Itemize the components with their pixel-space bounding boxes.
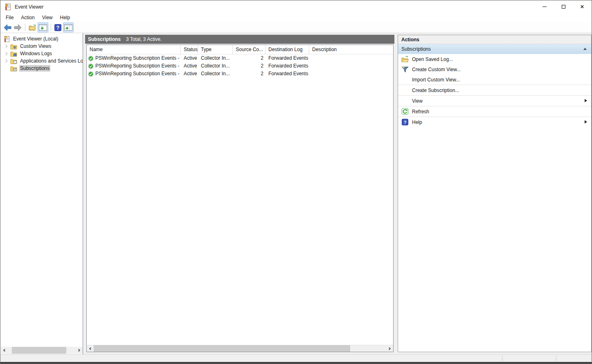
active-status-icon <box>88 63 94 69</box>
windows-logs-folder-icon <box>10 51 17 57</box>
subscription-description <box>309 62 371 70</box>
scroll-right-arrow[interactable] <box>386 345 393 352</box>
main-panel-header: Subscriptions 3 Total, 3 Active. <box>85 35 394 44</box>
list-horizontal-scrollbar[interactable] <box>87 345 393 352</box>
subscription-name-cell: PSWinReporting Subscription Events - 2 <box>87 62 181 70</box>
column-header-name[interactable]: Name <box>87 45 181 54</box>
subscription-status: Active <box>181 70 198 78</box>
maximize-button[interactable] <box>554 0 573 13</box>
applications-folder-icon <box>10 58 17 64</box>
subscription-row-1[interactable]: PSWinReporting Subscription Events - 1 A… <box>87 54 393 62</box>
subscription-type: Collector In... <box>198 70 233 78</box>
list-column-headers: Name Status Type Source Co... Destinatio… <box>87 45 393 54</box>
status-bar-divider <box>502 355 502 361</box>
tree-label: Custom Views <box>19 43 52 49</box>
actions-group-title: Subscriptions <box>401 46 431 52</box>
chevron-right-icon[interactable] <box>4 45 7 48</box>
svg-text:?: ? <box>404 120 407 125</box>
chevron-right-icon[interactable] <box>4 59 7 63</box>
menu-file[interactable]: File <box>2 13 17 22</box>
action-create-custom-view[interactable]: Create Custom View... <box>398 64 591 74</box>
action-label: Open Saved Log... <box>412 56 453 62</box>
forward-button[interactable] <box>13 22 23 32</box>
open-saved-log-button[interactable] <box>28 22 37 32</box>
action-import-custom-view[interactable]: Import Custom View... <box>398 74 591 85</box>
main-panel-title: Subscriptions <box>88 36 121 42</box>
action-view[interactable]: View <box>398 96 591 106</box>
actions-panel: Actions Subscriptions Open Saved Log... <box>398 35 592 352</box>
active-status-icon <box>88 56 94 61</box>
menu-action[interactable]: Action <box>17 13 38 22</box>
subscription-type: Collector In... <box>198 54 233 62</box>
menu-view[interactable]: View <box>38 13 56 22</box>
action-open-saved-log[interactable]: Open Saved Log... <box>398 54 591 64</box>
open-folder-icon <box>401 56 409 63</box>
back-button[interactable] <box>3 22 12 32</box>
tree-item-windows-logs[interactable]: Windows Logs <box>0 50 83 57</box>
column-header-type[interactable]: Type <box>198 45 233 54</box>
window-title: Event Viewer <box>15 4 43 10</box>
chevron-right-icon[interactable] <box>4 52 7 55</box>
column-header-description[interactable]: Description <box>309 45 371 54</box>
close-button[interactable]: ✕ <box>573 0 592 13</box>
event-viewer-root-icon <box>3 36 10 42</box>
event-viewer-app-icon <box>5 4 11 10</box>
subscription-source-computers: 2 <box>233 62 266 70</box>
console-tree: Event Viewer (Local) Custom Views <box>0 33 83 72</box>
scroll-right-arrow[interactable] <box>76 347 83 354</box>
show-action-pane-toggle[interactable] <box>63 22 74 32</box>
help-icon: ? <box>54 24 61 31</box>
show-console-tree-icon <box>39 24 47 31</box>
scrollbar-thumb[interactable] <box>94 345 350 352</box>
tree-item-event-viewer-local[interactable]: Event Viewer (Local) <box>0 35 83 43</box>
tree-item-custom-views[interactable]: Custom Views <box>0 43 83 50</box>
subscriptions-folder-icon <box>10 65 17 72</box>
event-viewer-window: Event Viewer ✕ File Action View Help <box>0 0 592 364</box>
subscription-status: Active <box>181 62 198 70</box>
tree-label: Windows Logs <box>19 50 53 57</box>
action-create-subscription[interactable]: Create Subscription... <box>398 85 591 95</box>
title-bar: Event Viewer ✕ <box>0 0 592 13</box>
collapse-up-icon[interactable] <box>583 48 587 50</box>
subscription-row-3[interactable]: PSWinReporting Subscription Events - 3 A… <box>87 70 393 78</box>
menu-bar: File Action View Help <box>0 13 592 22</box>
tree-item-applications-services-logs[interactable]: Applications and Services Lo <box>0 57 83 65</box>
action-label: Create Subscription... <box>412 88 459 93</box>
actions-panel-title: Actions <box>398 35 591 44</box>
column-header-destination-log[interactable]: Destination Log <box>266 45 309 54</box>
subscriptions-main-panel: Subscriptions 3 Total, 3 Active. Name St… <box>85 35 394 352</box>
content-area: Event Viewer (Local) Custom Views <box>0 33 592 354</box>
window-bottom-edge <box>0 362 592 364</box>
column-header-source-computers[interactable]: Source Co... <box>233 45 266 54</box>
status-bar <box>0 354 592 362</box>
subscription-destination-log: Forwarded Events <box>266 70 309 78</box>
show-console-tree-toggle[interactable] <box>38 22 48 32</box>
filter-icon <box>401 66 409 73</box>
tree-item-subscriptions[interactable]: Subscriptions <box>0 65 83 72</box>
menu-help[interactable]: Help <box>56 13 74 22</box>
action-label: Help <box>412 119 422 125</box>
console-tree-panel: Event Viewer (Local) Custom Views <box>0 33 83 354</box>
submenu-arrow-icon <box>585 99 587 102</box>
action-label: View <box>412 98 423 104</box>
back-icon <box>4 24 11 31</box>
scroll-left-arrow[interactable] <box>87 345 94 352</box>
subscription-name: PSWinReporting Subscription Events - 1 <box>95 54 181 62</box>
subscription-source-computers: 2 <box>233 70 266 78</box>
action-label: Create Custom View... <box>412 67 461 72</box>
action-help[interactable]: ? Help <box>398 117 591 127</box>
subscription-row-2[interactable]: PSWinReporting Subscription Events - 2 A… <box>87 62 393 70</box>
actions-group-subscriptions[interactable]: Subscriptions <box>398 44 591 54</box>
scroll-left-arrow[interactable] <box>1 347 8 354</box>
toolbar-separator <box>51 24 51 31</box>
refresh-icon <box>401 108 409 115</box>
show-action-pane-icon <box>64 24 72 31</box>
scrollbar-thumb[interactable] <box>12 347 66 354</box>
subscription-name-cell: PSWinReporting Subscription Events - 1 <box>87 54 181 62</box>
minimize-button[interactable] <box>535 0 554 13</box>
column-header-status[interactable]: Status <box>181 45 198 54</box>
action-refresh[interactable]: Refresh <box>398 106 591 117</box>
help-button[interactable]: ? <box>54 22 62 32</box>
tree-horizontal-scrollbar[interactable] <box>1 347 83 354</box>
submenu-arrow-icon <box>585 120 587 124</box>
